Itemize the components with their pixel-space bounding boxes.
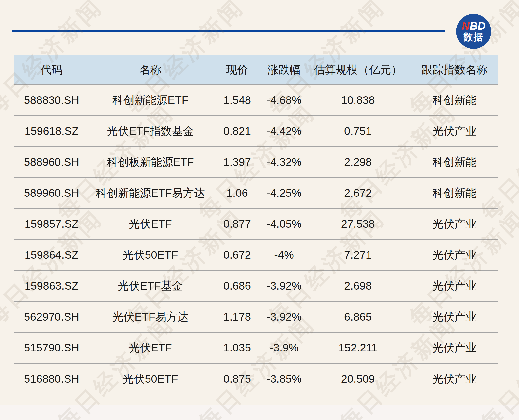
cell-index: 光伏产业 [411,239,498,270]
cell-change: -3.9% [263,332,305,363]
cell-code: 159863.SZ [14,270,90,301]
table-row: 515790.SH光伏ETF1.035-3.9%152.211光伏产业 [14,332,498,363]
cell-index: 光伏产业 [411,301,498,332]
cell-scale: 2.698 [305,270,411,301]
cell-code: 159618.SZ [14,116,90,147]
table-row: 159863.SZ光伏ETF基金0.686-3.92%2.698光伏产业 [14,270,498,301]
cell-scale: 152.211 [305,332,411,363]
cell-scale: 27.538 [305,209,411,239]
table-header-row: 代码名称现价涨跌幅估算规模（亿元）跟踪指数名称 [14,55,498,85]
cell-name: 科创板新能源ETF [90,147,211,178]
cell-change: -4.25% [263,178,305,209]
nbd-logo-wordmark: NBD [462,20,486,31]
etf-table-body: 588830.SH科创新能源ETF1.548-4.68%10.838科创新能15… [14,85,498,394]
cell-change: -4% [263,239,305,270]
logo-subtitle: 数据 [463,32,484,42]
cell-name: 科创新能源ETF易方达 [90,178,211,209]
cell-price: 0.821 [211,116,263,147]
table-row: 562970.SH光伏ETF易方达1.178-3.92%6.865光伏产业 [14,301,498,332]
table-row: 589960.SH科创新能源ETF易方达1.06-4.25%2.672科创新能 [14,178,498,209]
cell-index: 科创新能 [411,147,498,178]
footer-band [0,405,519,420]
cell-change: -4.68% [263,85,305,116]
cell-name: 科创新能源ETF [90,85,211,116]
cell-code: 588830.SH [14,85,90,116]
nbd-logo: NBD 数据 [456,14,491,49]
cell-index: 光伏产业 [411,116,498,147]
cell-price: 0.877 [211,209,263,239]
cell-code: 589960.SH [14,178,90,209]
cell-code: 562970.SH [14,301,90,332]
cell-name: 光伏ETF易方达 [90,301,211,332]
cell-scale: 0.751 [305,116,411,147]
cell-price: 1.035 [211,332,263,363]
cell-name: 光伏ETF指数基金 [90,116,211,147]
cell-scale: 2.298 [305,147,411,178]
cell-index: 光伏产业 [411,270,498,301]
cell-price: 1.397 [211,147,263,178]
cell-change: -3.92% [263,301,305,332]
column-header-change: 涨跌幅 [263,55,305,85]
cell-price: 0.672 [211,239,263,270]
cell-change: -4.05% [263,209,305,239]
logo-letters-bd: BD [470,20,486,32]
table-row: 516880.SH光伏50ETF0.875-3.85%20.509光伏产业 [14,363,498,394]
etf-table: 代码名称现价涨跌幅估算规模（亿元）跟踪指数名称 588830.SH科创新能源ET… [14,55,498,394]
cell-scale: 20.509 [305,363,411,394]
cell-scale: 7.271 [305,239,411,270]
logo-letter-n: N [462,20,470,32]
cell-scale: 10.838 [305,85,411,116]
column-header-code: 代码 [14,55,90,85]
cell-index: 科创新能 [411,85,498,116]
column-header-index: 跟踪指数名称 [411,55,498,85]
cell-scale: 2.672 [305,178,411,209]
cell-price: 1.178 [211,301,263,332]
cell-index: 光伏产业 [411,209,498,239]
cell-change: -4.42% [263,116,305,147]
cell-code: 159857.SZ [14,209,90,239]
cell-index: 光伏产业 [411,363,498,394]
cell-scale: 6.865 [305,301,411,332]
top-rule [12,30,445,32]
cell-name: 光伏ETF基金 [90,270,211,301]
table-row: 159618.SZ光伏ETF指数基金0.821-4.42%0.751光伏产业 [14,116,498,147]
column-header-name: 名称 [90,55,211,85]
etf-table-container: 代码名称现价涨跌幅估算规模（亿元）跟踪指数名称 588830.SH科创新能源ET… [14,55,498,394]
table-row: 588960.SH科创板新能源ETF1.397-4.32%2.298科创新能 [14,147,498,178]
cell-code: 516880.SH [14,363,90,394]
table-row: 159857.SZ光伏ETF0.877-4.05%27.538光伏产业 [14,209,498,239]
cell-name: 光伏ETF [90,209,211,239]
column-header-price: 现价 [211,55,263,85]
cell-index: 光伏产业 [411,332,498,363]
table-row: 588830.SH科创新能源ETF1.548-4.68%10.838科创新能 [14,85,498,116]
table-row: 159864.SZ光伏50ETF0.672-4%7.271光伏产业 [14,239,498,270]
cell-name: 光伏ETF [90,332,211,363]
cell-change: -3.85% [263,363,305,394]
cell-code: 588960.SH [14,147,90,178]
column-header-scale: 估算规模（亿元） [305,55,411,85]
cell-name: 光伏50ETF [90,363,211,394]
cell-price: 1.548 [211,85,263,116]
cell-name: 光伏50ETF [90,239,211,270]
cell-price: 0.686 [211,270,263,301]
cell-code: 515790.SH [14,332,90,363]
cell-change: -3.92% [263,270,305,301]
cell-change: -4.32% [263,147,305,178]
cell-index: 科创新能 [411,178,498,209]
cell-code: 159864.SZ [14,239,90,270]
cell-price: 0.875 [211,363,263,394]
cell-price: 1.06 [211,178,263,209]
